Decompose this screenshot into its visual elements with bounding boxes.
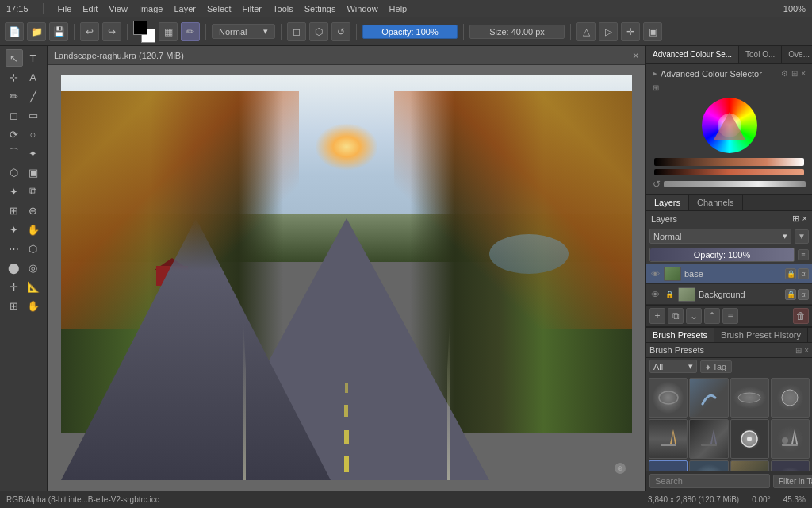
smart-select-tool[interactable]: ✋	[25, 297, 42, 314]
color-swatch-area[interactable]	[133, 21, 155, 43]
brush-button[interactable]: ✏	[181, 22, 200, 41]
acs-settings-icon[interactable]: ⚙	[781, 69, 788, 78]
menu-image[interactable]: Image	[139, 4, 163, 13]
acs-grid-icon[interactable]: ⊞	[653, 83, 659, 92]
layer-option-1[interactable]: ≡	[798, 249, 809, 260]
acs-float-icon[interactable]: ⊞	[791, 69, 798, 78]
more-layer-options[interactable]: ≡	[722, 308, 738, 324]
layers-float-icon[interactable]: ⊞	[792, 214, 799, 224]
copy-layer-button[interactable]: ⧉	[668, 308, 684, 324]
magnetic-lasso-tool[interactable]: ⋯	[6, 240, 23, 257]
crop-tool[interactable]: ⊞	[6, 202, 23, 219]
ruler-tool[interactable]: 📐	[25, 278, 42, 295]
tab-channels[interactable]: Channels	[689, 195, 742, 210]
save-button[interactable]: 💾	[49, 22, 68, 41]
acs-collapse-icon[interactable]: ▸	[653, 68, 657, 79]
layer-alpha-base[interactable]: α	[798, 268, 809, 279]
layer-item-base[interactable]: 👁 base 🔒 α	[646, 264, 812, 284]
mirror-horizontal-button[interactable]: △	[576, 22, 596, 41]
open-button[interactable]: 📁	[27, 22, 46, 41]
layer-visibility-base[interactable]: 👁	[649, 268, 661, 279]
filter-in-tag-button[interactable]: Filter in Tag	[773, 475, 812, 488]
fill-tool[interactable]: ⬡	[6, 164, 23, 181]
brush-presets-button[interactable]: ⬡	[309, 22, 328, 41]
canvas-close-button[interactable]: ×	[633, 49, 639, 62]
polygon-select-tool[interactable]: ⬡	[25, 240, 42, 257]
freehand-select-tool[interactable]: ⟳	[6, 125, 23, 143]
contiguous-select-tool[interactable]: ⬤	[6, 259, 23, 276]
layer-item-bg[interactable]: 👁 🔒 Background 🔒 α	[646, 284, 812, 305]
assistants-tool[interactable]: ⊞	[6, 297, 23, 314]
tab-layers[interactable]: Layers	[646, 195, 689, 210]
brush-preset-8[interactable]	[771, 419, 810, 459]
eyedropper-tool[interactable]: ✦	[6, 221, 23, 238]
layer-blend-mode[interactable]: Normal ▾	[649, 229, 791, 244]
acs-close-icon[interactable]: ×	[801, 69, 806, 78]
menu-help[interactable]: Help	[389, 4, 408, 13]
brush-preset-4[interactable]	[771, 378, 810, 418]
eraser-tool[interactable]: ◻	[6, 106, 23, 124]
freehand-paint-tool[interactable]: ✏	[6, 87, 23, 105]
redo-button[interactable]: ↪	[102, 22, 121, 41]
bezier-tool[interactable]: ⌒	[6, 144, 23, 162]
eraser-button[interactable]: ◻	[287, 22, 306, 41]
gradient-tool[interactable]: ▣	[25, 164, 42, 181]
brush-search-input[interactable]	[649, 474, 770, 488]
brush-tag-button[interactable]: ♦ Tag	[700, 360, 732, 373]
canvas-wrapper[interactable]: ⊕	[48, 65, 645, 491]
rect-select-tool[interactable]: ▭	[25, 106, 42, 124]
pattern-button[interactable]: ▦	[159, 22, 178, 41]
brush-preset-1[interactable]	[649, 378, 688, 418]
brush-preset-5[interactable]	[649, 419, 688, 459]
similar-select-tool[interactable]: ◎	[25, 259, 42, 276]
text-tool[interactable]: A	[25, 68, 42, 86]
layers-close-icon[interactable]: ×	[802, 214, 807, 224]
painting-canvas[interactable]: ⊕	[61, 75, 632, 480]
brush-preset-11[interactable]	[730, 460, 769, 471]
brush-preset-10[interactable]	[689, 460, 728, 471]
multibrush-tool[interactable]: ✦	[25, 144, 42, 162]
opacity-slider[interactable]: Opacity: 100%	[362, 25, 458, 39]
layer-visibility-bg[interactable]: 👁	[649, 289, 661, 300]
layer-opacity-bar[interactable]: Opacity: 100%	[649, 248, 795, 262]
merge-up-button[interactable]: ⌃	[704, 308, 720, 324]
brush-preset-7[interactable]	[730, 419, 769, 459]
brush-close-icon[interactable]: ×	[804, 346, 809, 355]
tab-brush-history[interactable]: Brush Preset History	[714, 328, 808, 342]
blend-mode-selector[interactable]: Normal ▾	[212, 24, 275, 39]
mirror-vertical-button[interactable]: ▷	[599, 22, 618, 41]
tab-brush-presets[interactable]: Brush Presets	[646, 328, 714, 342]
size-slider[interactable]: Size: 40.00 px	[469, 25, 565, 39]
layer-filter-button[interactable]: ▼	[795, 229, 809, 244]
zoom-tool[interactable]: ⊕	[25, 202, 42, 219]
merge-down-button[interactable]: ⌄	[686, 308, 702, 324]
line-tool[interactable]: ╱	[25, 87, 42, 105]
layer-lock-bg[interactable]: 🔒	[785, 289, 796, 300]
color-wheel[interactable]	[702, 98, 757, 153]
menu-select[interactable]: Select	[207, 4, 232, 13]
brush-reset-button[interactable]: ↺	[331, 22, 350, 41]
move-tool[interactable]: ✛	[6, 278, 23, 295]
menu-settings[interactable]: Settings	[304, 4, 336, 13]
brush-preset-2[interactable]	[689, 378, 728, 418]
acs-refresh-icon[interactable]: ↺	[653, 179, 661, 190]
delete-layer-button[interactable]: 🗑	[793, 308, 809, 324]
pointer-tool[interactable]: ↖	[6, 49, 23, 67]
menu-layer[interactable]: Layer	[174, 4, 196, 13]
brush-float-icon[interactable]: ⊞	[795, 346, 802, 355]
wrap-button[interactable]: ✛	[621, 22, 640, 41]
brush-preset-6[interactable]	[689, 419, 728, 459]
menu-window[interactable]: Window	[347, 4, 377, 13]
brush-preset-9[interactable]	[649, 460, 688, 471]
color-wheel-container[interactable]	[649, 94, 809, 156]
ellipse-select-tool[interactable]: ○	[25, 125, 42, 143]
color-picker-tool[interactable]: ✦	[6, 183, 23, 200]
menu-filter[interactable]: Filter	[243, 4, 262, 13]
menu-tools[interactable]: Tools	[273, 4, 293, 13]
lightness-slider[interactable]	[664, 181, 806, 187]
add-layer-button[interactable]: +	[649, 308, 665, 324]
new-button[interactable]: 📄	[5, 22, 24, 41]
brush-category-selector[interactable]: All ▾	[649, 360, 697, 373]
menu-file[interactable]: File	[58, 4, 72, 13]
pan-tool[interactable]: ✋	[25, 221, 42, 238]
